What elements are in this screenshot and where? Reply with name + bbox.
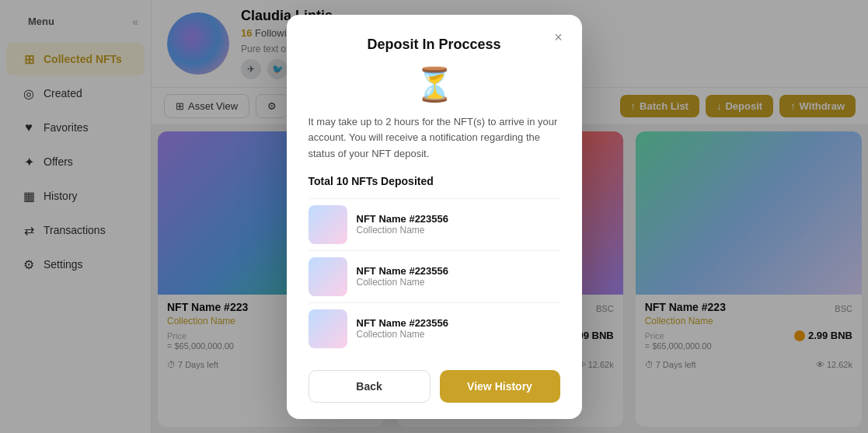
nft-thumbnail: [309, 309, 347, 348]
nft-thumbnail: [309, 257, 347, 296]
modal-total: Total 10 NFTs Deposited: [309, 175, 560, 187]
nft-item-collection: Collection Name: [357, 329, 449, 340]
nft-item-info: NFT Name #223556 Collection Name: [357, 265, 449, 288]
nft-item-collection: Collection Name: [357, 225, 449, 236]
nft-thumbnail: [309, 205, 347, 244]
modal-description: It may take up to 2 hours for the NFT(s)…: [309, 114, 560, 162]
nft-item-info: NFT Name #223556 Collection Name: [357, 213, 449, 236]
nft-item-collection: Collection Name: [357, 277, 449, 288]
nft-item-name: NFT Name #223556: [357, 213, 449, 225]
nft-list-item: NFT Name #223556 Collection Name: [309, 302, 560, 354]
view-history-button[interactable]: View History: [440, 370, 560, 403]
modal-title: Deposit In Proccess: [309, 37, 560, 53]
modal-footer: Back View History: [309, 370, 560, 403]
nft-list-item: NFT Name #223556 Collection Name: [309, 250, 560, 302]
deposit-modal: × Deposit In Proccess ⏳ It may take up t…: [287, 15, 582, 419]
modal-close-button[interactable]: ×: [548, 27, 570, 49]
modal-overlay: × Deposit In Proccess ⏳ It may take up t…: [0, 0, 868, 433]
page-background: Menu « ⊞ Collected NFTs ◎ Created ♥ Favo…: [0, 0, 868, 433]
nft-list-item: NFT Name #223556 Collection Name: [309, 198, 560, 250]
hourglass-icon: ⏳: [309, 65, 560, 103]
nft-item-name: NFT Name #223556: [357, 317, 449, 329]
nft-item-info: NFT Name #223556 Collection Name: [357, 317, 449, 340]
nft-item-name: NFT Name #223556: [357, 265, 449, 277]
back-button[interactable]: Back: [309, 370, 431, 403]
